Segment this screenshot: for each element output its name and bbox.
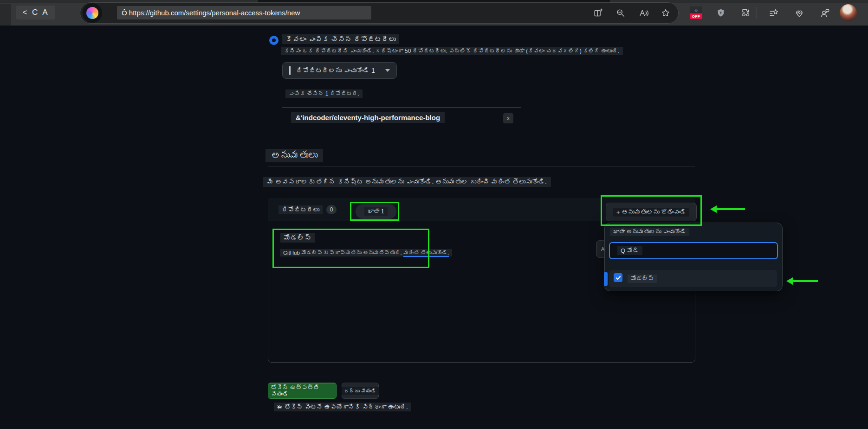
tab-account-label: ఖాతా 1 [364, 207, 387, 216]
token-note: ఈ టోకెన్ వెంటనే ఉపయోగానికి సిద్ధంగా ఉంటు… [274, 403, 411, 411]
permission-search-input[interactable]: Q మోడ్ [609, 242, 778, 259]
copilot-button[interactable] [83, 3, 102, 23]
window-corner [0, 4, 11, 26]
repo-list-divider [282, 107, 521, 108]
url-text: Ô https://github.com/settings/personal-a… [122, 9, 300, 17]
learn-more-link[interactable]: మరింత తెలుసుకోండి. [403, 250, 449, 257]
adblock-off-label: OFF [690, 13, 702, 19]
dropdown-title-wrap: ఖాతా అనుమతులను ఎంచుకోండి [610, 227, 689, 236]
selected-summary-wrap: ఎంపిక చేసిన 1 రిపోజిటరీ. [285, 89, 363, 98]
permission-search-value: Q మోడ్ [617, 246, 642, 255]
permissions-heading: అనుమతులు [266, 149, 323, 162]
annotation-arrow-add-permissions [716, 208, 745, 210]
radio-description-wrap: కనీసం ఒక రిపోజిటరీని ఎంచుకోండి. గరిష్టంగ… [281, 46, 623, 55]
models-option-label: మోడల్స్ [628, 275, 657, 283]
add-permissions-label: + అనుమతులను జోడించండి [613, 208, 689, 217]
book-icon [289, 66, 291, 75]
models-checkbox[interactable] [614, 273, 622, 282]
tab-repositories[interactable]: రిపోజిటరీలు 0 [279, 205, 337, 214]
chevron-down-icon [385, 69, 390, 72]
radio-label-wrap: కేవలం ఎంపిక చేసిన రిపోజిటరీలు [282, 34, 399, 44]
remove-repo-button[interactable]: x [503, 113, 513, 123]
toolbar-divider [757, 7, 757, 19]
select-repositories-label: రిపోజిటరీలను ఎంచుకోండి 1 [296, 67, 375, 74]
profile-avatar[interactable] [840, 4, 857, 21]
permissions-divider [268, 166, 695, 166]
url-text-box[interactable]: Ô https://github.com/settings/personal-a… [117, 6, 371, 19]
favorites-star-icon[interactable] [661, 8, 671, 18]
bulb-icon: ☼ [690, 6, 702, 13]
permissions-heading-wrap: అనుమతులు [266, 149, 323, 162]
cancel-label: రద్దు చేయండి [342, 387, 378, 395]
extensions-puzzle-icon[interactable] [740, 8, 751, 18]
permissions-description-wrap: మీ అవసరాలకు తగిన కనిష్ట అనుమతులను ఎంచుకో… [263, 177, 551, 187]
select-repositories-button[interactable]: రిపోజిటరీలను ఎంచుకోండి 1 [282, 62, 397, 79]
tab-repositories-count: 0 [326, 205, 337, 214]
models-title: మోడల్స్ [280, 233, 315, 243]
dropdown-title: ఖాతా అనుమతులను ఎంచుకోండి [610, 228, 689, 236]
generate-token-button[interactable]: టోకెన్ ఉత్పత్తి చేయండి [268, 383, 337, 399]
annotation-arrow-add-permissions-head [710, 205, 717, 213]
repo-name[interactable]: &'indcoder/eleventy-high-performance-blo… [291, 112, 445, 123]
read-aloud-icon[interactable] [639, 8, 649, 18]
adblock-off-icon[interactable]: ☼ OFF [690, 6, 702, 19]
close-icon: x [507, 115, 510, 122]
cancel-button[interactable]: రద్దు చేయండి [342, 383, 379, 399]
selected-repos-radio-label[interactable]: కేవలం ఎంపిక చేసిన రిపోజిటరీలు [282, 34, 399, 44]
radio-description: కనీసం ఒక రిపోజిటరీని ఎంచుకోండి. గరిష్టంగ… [281, 47, 623, 55]
annotation-arrow-option [792, 280, 818, 282]
copilot-icon [86, 7, 98, 19]
tab-account[interactable]: ఖాతా 1 [356, 204, 396, 219]
models-description: GitHub మోడల్స్‌కు ప్రాప్యతను అనుమతిస్తుం… [280, 249, 452, 256]
selected-summary: ఎంపిక చేసిన 1 రిపోజిటరీ. [285, 90, 363, 98]
selected-repos-radio[interactable] [269, 36, 279, 45]
browser-back-cluster[interactable]: < C A [16, 6, 55, 19]
collections-icon[interactable] [769, 8, 779, 18]
generate-token-label: టోకెన్ ఉత్పత్తి చేయండి [268, 384, 336, 398]
models-title-wrap: మోడల్స్ [280, 233, 315, 243]
feedback-icon[interactable] [820, 8, 830, 18]
tab-repositories-label: రిపోజిటరీలు [279, 205, 323, 214]
zoom-out-icon[interactable] [615, 8, 626, 18]
tracking-shield-icon[interactable] [716, 8, 726, 18]
annotation-arrow-option-head [786, 277, 793, 285]
token-note-wrap: ఈ టోకెన్ వెంటనే ఉపయోగానికి సిద్ధంగా ఉంటు… [274, 403, 411, 411]
permissions-description[interactable]: మీ అవసరాలకు తగిన కనిష్ట అనుమతులను ఎంచుకో… [263, 177, 551, 187]
split-screen-icon[interactable] [593, 8, 603, 18]
option-accent-bar [604, 272, 608, 286]
screen: < C A Ô https://github.com/settings/pers… [0, 0, 868, 429]
back-cluster-label: < C A [22, 8, 49, 17]
repo-row: &'indcoder/eleventy-high-performance-blo… [291, 112, 445, 123]
add-permissions-button[interactable]: + అనుమతులను జోడించండి [606, 203, 697, 221]
browser-essentials-icon[interactable] [794, 8, 804, 18]
models-option-label-wrap: మోడల్స్ [628, 274, 657, 283]
check-icon [615, 275, 622, 281]
models-description-wrap: GitHub మోడల్స్‌కు ప్రాప్యతను అనుమతిస్తుం… [280, 248, 452, 256]
dropdown-divider [605, 265, 782, 265]
